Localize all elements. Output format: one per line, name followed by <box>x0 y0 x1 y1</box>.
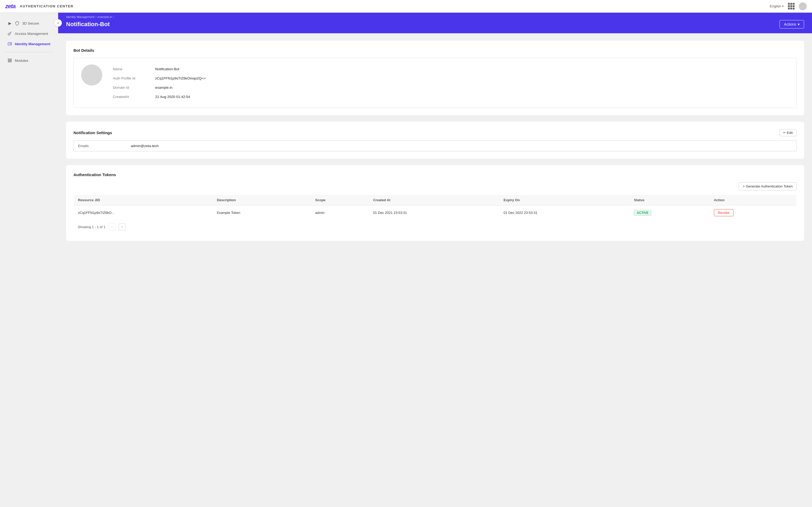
grid-icon[interactable] <box>788 3 795 9</box>
modules-grid-icon <box>7 58 12 63</box>
chevron-right-icon: ▶ <box>7 21 12 25</box>
edit-label: Edit <box>787 131 793 135</box>
revoke-button[interactable]: Revoke <box>714 209 733 216</box>
user-avatar[interactable] <box>799 2 807 10</box>
svg-rect-8 <box>10 61 11 62</box>
field-row-created-at: CreatedAt 21 Aug 2020 01:42:54 <box>113 92 789 101</box>
actions-label: Actions <box>784 22 796 26</box>
col-resource-jid: Resource JID <box>74 195 213 206</box>
edit-button[interactable]: ✏ Edit <box>779 129 797 136</box>
breadcrumb: Identity Management / example.in / <box>66 15 804 18</box>
tokens-table: Resource JID Description Scope Created A… <box>73 194 797 220</box>
page-header: ≡ Identity Management / example.in / Not… <box>58 13 812 33</box>
breadcrumb-separator: / <box>95 15 96 18</box>
col-expiry-on: Expiry On <box>499 195 629 206</box>
main-content: ≡ Identity Management / example.in / Not… <box>58 13 812 507</box>
pagination-next-button[interactable]: › <box>119 223 125 230</box>
field-label-domain: Domain Id <box>113 86 155 90</box>
notification-settings-title: Notification Settings <box>73 130 112 135</box>
col-action: Action <box>710 195 797 206</box>
app-title: AUTHENTICATION CENTER <box>20 4 73 8</box>
sidebar-item-3d-secure[interactable]: ▶ 3D Secure <box>2 18 56 28</box>
bot-avatar <box>81 64 102 86</box>
sidebar-item-label: 3D Secure <box>22 21 39 25</box>
cell-status: ACTIVE <box>629 206 709 220</box>
cell-scope: admin <box>311 206 369 220</box>
table-header-row: Resource JID Description Scope Created A… <box>74 195 797 206</box>
cell-action: Revoke <box>710 206 797 220</box>
logo: zeta <box>5 3 15 10</box>
topnav-left: zeta AUTHENTICATION CENTER <box>5 3 73 10</box>
pagination-row: Showing 1 - 1 of 1 ‹ › <box>73 220 797 233</box>
actions-button[interactable]: Actions ▾ <box>779 20 804 29</box>
field-label-auth-profile: Auth Profile Id <box>113 76 155 80</box>
bot-details-title: Bot Details <box>73 48 797 53</box>
field-value-domain: example.in <box>155 86 789 90</box>
emails-label: Emails <box>78 144 131 148</box>
generate-token-button[interactable]: + Generate Authentication Token <box>739 182 797 190</box>
cell-created-at: 01 Dec 2021 23:53:31 <box>369 206 499 220</box>
table-row: zCq1FFN1p9sTIZ6kO... Example Token admin… <box>74 206 797 220</box>
layout: ▶ 3D Secure Access Management Identity M… <box>0 0 812 507</box>
field-label-name: Name <box>113 67 155 71</box>
emails-field-display: Emails admin@zeta.tech <box>73 140 797 151</box>
bot-details-card: Bot Details Name Notification-Bot Auth P… <box>66 41 804 115</box>
col-scope: Scope <box>311 195 369 206</box>
breadcrumb-identity-management[interactable]: Identity Management <box>66 15 94 18</box>
key-icon <box>7 31 12 36</box>
authentication-tokens-card: Authentication Tokens + Generate Authent… <box>66 165 804 241</box>
bot-fields: Name Notification-Bot Auth Profile Id zC… <box>113 64 789 101</box>
col-description: Description <box>212 195 311 206</box>
field-row-name: Name Notification-Bot <box>113 64 789 74</box>
field-label-created-at: CreatedAt <box>113 95 155 99</box>
chevron-left-icon: ‹ <box>111 225 113 229</box>
bot-details-inner: Name Notification-Bot Auth Profile Id zC… <box>73 58 797 108</box>
content-area: Bot Details Name Notification-Bot Auth P… <box>58 33 812 507</box>
svg-rect-5 <box>8 59 9 60</box>
id-card-icon <box>7 42 12 46</box>
svg-rect-6 <box>10 59 11 60</box>
sidebar: ▶ 3D Secure Access Management Identity M… <box>0 13 58 507</box>
topnav-right: English ▾ <box>770 2 807 10</box>
chevron-right-icon: › <box>121 225 123 229</box>
sidebar-item-modules[interactable]: Modules <box>2 55 56 65</box>
col-created-at: Created At <box>369 195 499 206</box>
status-badge: ACTIVE <box>634 210 651 216</box>
breadcrumb-separator-2: / <box>113 15 114 18</box>
authentication-tokens-title: Authentication Tokens <box>73 172 797 177</box>
cell-description: Example Token <box>212 206 311 220</box>
pencil-icon: ✏ <box>783 131 785 134</box>
chevron-down-icon: ▾ <box>782 4 784 8</box>
topnav: zeta AUTHENTICATION CENTER English ▾ <box>0 0 812 13</box>
field-value-created-at: 21 Aug 2020 01:42:54 <box>155 95 789 99</box>
sidebar-item-label: Modules <box>15 59 28 63</box>
sidebar-item-label: Access Management <box>15 32 48 36</box>
col-status: Status <box>629 195 709 206</box>
sidebar-collapse-button[interactable]: ≡ <box>54 19 62 27</box>
page-title-row: Notification-Bot Actions ▾ <box>66 20 804 29</box>
pagination-showing-text: Showing 1 - 1 of 1 <box>78 225 105 229</box>
sidebar-item-identity-management[interactable]: Identity Management <box>2 39 56 49</box>
field-row-auth-profile: Auth Profile Id zCq1FFN1p9sTIZ6kOmqs2Q== <box>113 74 789 83</box>
breadcrumb-example-in[interactable]: example.in <box>98 15 112 18</box>
language-label: English <box>770 4 781 8</box>
sidebar-item-access-management[interactable]: Access Management <box>2 29 56 39</box>
table-header: Resource JID Description Scope Created A… <box>74 195 797 206</box>
table-body: zCq1FFN1p9sTIZ6kO... Example Token admin… <box>74 206 797 220</box>
svg-point-0 <box>8 33 10 35</box>
field-row-domain: Domain Id example.in <box>113 83 789 92</box>
language-selector[interactable]: English ▾ <box>770 4 784 8</box>
cell-resource-jid: zCq1FFN1p9sTIZ6kO... <box>74 206 213 220</box>
emails-value: admin@zeta.tech <box>131 144 792 148</box>
sidebar-item-label: Identity Management <box>15 42 50 46</box>
field-value-auth-profile: zCq1FFN1p9sTIZ6kOmqs2Q== <box>155 76 789 80</box>
svg-rect-7 <box>8 61 9 62</box>
cell-expiry-on: 01 Dec 2022 23:53:31 <box>499 206 629 220</box>
notification-settings-card: Notification Settings ✏ Edit Emails admi… <box>66 122 804 159</box>
notification-settings-header: Notification Settings ✏ Edit <box>73 129 797 136</box>
sidebar-divider <box>4 52 54 52</box>
pagination-prev-button[interactable]: ‹ <box>109 223 115 230</box>
shield-icon <box>15 21 19 25</box>
page-title: Notification-Bot <box>66 21 110 28</box>
chevron-down-icon: ▾ <box>798 22 800 26</box>
